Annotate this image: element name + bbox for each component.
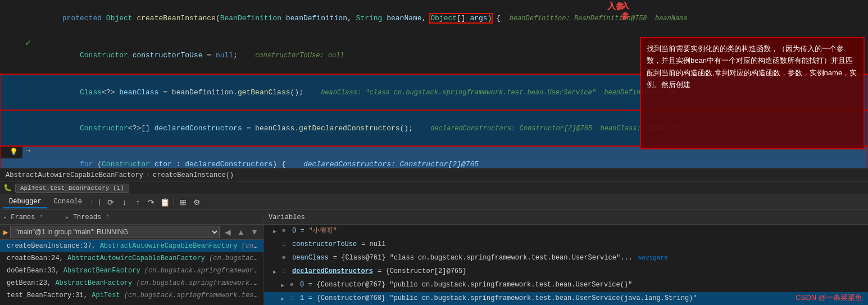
code-line-5: 💡 → for (Constructor ctor : declaredCons…	[0, 146, 868, 169]
debug-toolbar: Debugger Console ↑ | ⟳ ↓ ↑ ↷ 📋 ⊞ ⚙	[0, 194, 868, 210]
var-value: = null	[361, 239, 385, 249]
line-content: Constructor<?>[] declaredConstructors = …	[34, 110, 868, 147]
enter-param-text: 入参	[607, 1, 624, 12]
var-row-declared-constructors[interactable]: ▶ ≡ declaredConstructors = {Constructor[…	[264, 265, 868, 279]
left-debug-panel: ▸ Frames * ▸ Threads * ▶ "main"@1 in gro…	[0, 210, 264, 305]
frames-threads-header: ▸ Frames * ▸ Threads *	[0, 210, 263, 225]
var-type-icon: ≡	[282, 253, 290, 263]
var-expand-icon: ▶	[273, 267, 280, 277]
breadcrumb-sep1: ›	[146, 171, 150, 179]
code-line-1: protected Object createBeanInstance(Bean…	[0, 0, 868, 37]
stack-frame-4[interactable]: test_BeanFactory:31, ApiTest (cn.bugstac…	[0, 289, 263, 302]
frames-expand-icon[interactable]: ▸	[3, 215, 7, 221]
var-type-icon: ≡	[282, 266, 290, 276]
threads-section-title: ▸ Threads *	[66, 213, 110, 221]
threads-count-icon: *	[106, 215, 110, 221]
var-name: beanClass	[292, 253, 329, 263]
step-over-button[interactable]: ⟳	[104, 196, 117, 208]
var-value: {Constructor@768} "public cn.bugstack.sp…	[317, 293, 697, 303]
navigate-link[interactable]: Navigate	[638, 253, 668, 263]
code-line-2: ✓ Constructor constructorToUse = null; c…	[0, 37, 868, 74]
debug-arrow-icon: →	[22, 146, 34, 155]
console-arrow-icon: ↑	[90, 199, 94, 206]
var-type-icon: ≡	[290, 293, 298, 303]
stack-frame-3[interactable]: getBean:23, AbstractBeanFactory (cn.bugs…	[0, 277, 263, 289]
thread-prev-button[interactable]: ◀	[222, 226, 233, 238]
code-editor: protected Object createBeanInstance(Bean…	[0, 0, 868, 169]
breadcrumb-method: createBeanInstance()	[153, 171, 234, 179]
run-to-cursor-button[interactable]: ↷	[145, 196, 157, 208]
var-name: 1 =	[300, 293, 312, 303]
var-name: 0 =	[300, 280, 312, 290]
var-value: = {Class@761} "class cn.bugstack.springf…	[333, 253, 633, 263]
stack-frame-1[interactable]: createBean:24, AbstractAutowireCapableBe…	[0, 252, 263, 265]
code-line-4: Constructor<?>[] declaredConstructors = …	[0, 110, 868, 147]
frames-label: Frames	[11, 213, 35, 221]
watermark: CSDN @一条菜菜鱼	[796, 293, 862, 303]
var-expand-icon: ▶	[273, 227, 280, 237]
var-row-ctor0[interactable]: ▶ ≡ 0 = {Constructor@767} "public cn.bug…	[264, 279, 868, 292]
code-line-3: Class<?> beanClass = beanDefinition.getB…	[0, 74, 868, 111]
threads-expand-icon[interactable]: ▸	[66, 215, 69, 221]
right-debug-panel: Variables ▶ ≡ 0 = "小傅哥" ≡ constructorToU…	[264, 210, 868, 305]
stack-frame-0[interactable]: createBeanInstance:37, AbstractAutowireC…	[0, 240, 263, 252]
toolbar-vertical-sep	[174, 197, 174, 207]
stack-frames-list: createBeanInstance:37, AbstractAutowireC…	[0, 240, 263, 305]
stack-frame-2[interactable]: doGetBean:33, AbstractBeanFactory (cn.bu…	[0, 265, 263, 277]
line-number: 💡	[0, 146, 22, 158]
var-type-icon: ≡	[282, 239, 290, 249]
var-value: {Constructor@767} "public cn.bugstack.sp…	[317, 280, 633, 290]
line-content: Class<?> beanClass = beanDefinition.getB…	[34, 74, 868, 111]
frames-count-icon: *	[40, 215, 43, 221]
var-expand-icon: ▶	[281, 294, 288, 304]
tab-console[interactable]: Console	[48, 196, 88, 208]
restore-layout-button[interactable]: ⊞	[177, 196, 189, 208]
step-out-button[interactable]: ↑	[131, 196, 144, 208]
var-value: = {Constructor[2]@765}	[378, 266, 466, 276]
var-row-ctor1[interactable]: ▶ ≡ 1 = {Constructor@768} "public cn.bug…	[264, 292, 868, 305]
debug-checkmark-icon: ✓	[22, 37, 34, 48]
thread-icon: ▶	[3, 227, 8, 237]
thread-dropdown[interactable]: "main"@1 in group "main": RUNNING	[10, 226, 220, 238]
variables-title: Variables	[269, 213, 305, 221]
thread-down-button[interactable]: ▼	[249, 226, 260, 238]
thread-selector-row: ▶ "main"@1 in group "main": RUNNING ◀ ▲ …	[0, 225, 263, 240]
step-into-button[interactable]: ↓	[118, 196, 130, 208]
var-type-icon: ≡	[282, 226, 290, 236]
debug-panel: ▸ Frames * ▸ Threads * ▶ "main"@1 in gro…	[0, 210, 868, 305]
thread-up-button[interactable]: ▲	[235, 226, 247, 238]
var-type-icon: ≡	[290, 280, 298, 290]
toolbar-separator: |	[97, 198, 102, 206]
evaluate-button[interactable]: 📋	[158, 196, 171, 208]
line-content: protected Object createBeanInstance(Bean…	[34, 0, 868, 37]
var-name: constructorToUse	[292, 239, 357, 249]
session-tab[interactable]: ApiTest.test_BeanFactory (1)	[15, 184, 129, 193]
session-tab-bar: 🐛 ApiTest.test_BeanFactory (1)	[0, 182, 868, 194]
bug-icon: 🐛	[3, 184, 12, 192]
threads-label: Threads	[73, 213, 101, 221]
var-row-constructor-to-use[interactable]: ≡ constructorToUse = null	[264, 238, 868, 252]
variables-header: Variables	[264, 210, 868, 225]
tab-debugger[interactable]: Debugger	[3, 196, 47, 208]
var-row-args0[interactable]: ▶ ≡ 0 = "小傅哥"	[264, 225, 868, 238]
line-content: for (Constructor ctor : declaredConstruc…	[34, 146, 868, 169]
settings-button[interactable]: ⚙	[190, 196, 203, 208]
var-value: "小傅哥"	[309, 226, 337, 236]
line-content: Constructor constructorToUse = null; con…	[34, 37, 868, 74]
var-name: 0 =	[292, 226, 305, 236]
breadcrumb: AbstractAutowireCapableBeanFactory › cre…	[0, 169, 868, 182]
var-row-bean-class[interactable]: ≡ beanClass = {Class@761} "class cn.bugs…	[264, 252, 868, 265]
frames-section-title: ▸ Frames *	[3, 213, 43, 221]
var-expand-icon: ▶	[281, 281, 288, 291]
var-expand-placeholder	[273, 254, 280, 264]
variables-list: ▶ ≡ 0 = "小傅哥" ≡ constructorToUse = null …	[264, 225, 868, 305]
breadcrumb-class: AbstractAutowireCapableBeanFactory	[6, 171, 143, 179]
var-name: declaredConstructors	[292, 266, 373, 276]
var-expand-placeholder	[273, 240, 280, 251]
